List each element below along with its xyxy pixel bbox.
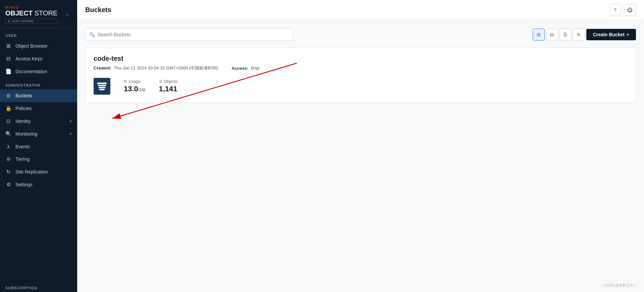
- power-icon: ⏻: [627, 7, 633, 13]
- objects-stat: ⊙ Objects 1,141: [159, 79, 178, 93]
- events-icon: λ: [5, 144, 11, 149]
- sidebar-label-policies: Policies: [15, 106, 32, 111]
- logo-brand: MINIO: [5, 5, 57, 9]
- refresh-icon: ↻: [577, 32, 581, 37]
- sidebar-item-tiering[interactable]: ⊜ Tiering: [0, 153, 77, 165]
- sidebar-label-access-keys: Access Keys: [15, 56, 42, 61]
- list-view-button[interactable]: ⊟: [546, 29, 558, 41]
- sidebar-item-policies[interactable]: 🔒 Policies: [0, 102, 77, 115]
- sidebar-item-object-browser[interactable]: ⊞ Object Browser: [0, 40, 77, 52]
- search-input[interactable]: [85, 28, 293, 41]
- page-title: Buckets: [85, 6, 111, 14]
- list-icon: ⊟: [550, 32, 554, 37]
- object-browser-icon: ⊞: [5, 43, 11, 49]
- toolbar-buttons: ⊞ ⊟ ☰ ↻ Create Bucket +: [533, 29, 636, 41]
- create-bucket-button[interactable]: Create Bucket +: [586, 29, 636, 40]
- bucket-meta: Created: Thu Jan 11 2024 00:04:33 GMT+08…: [94, 65, 628, 71]
- content-area: 🔍 ⊞ ⊟ ☰ ↻ Create Bucket +: [77, 20, 644, 292]
- main-content: Buckets ? ⏻ 🔍 ⊞ ⊟: [77, 0, 644, 292]
- settings-icon: ⚙: [5, 182, 11, 188]
- sidebar-label-documentation: Documentation: [15, 69, 47, 74]
- sidebar-label-object-browser: Object Browser: [15, 43, 48, 49]
- sidebar-label-buckets: Buckets: [15, 93, 32, 98]
- create-plus-icon: +: [627, 32, 629, 37]
- sidebar-label-tiering: Tiering: [15, 156, 30, 162]
- help-icon: ?: [614, 7, 616, 13]
- access-label: Access:: [231, 66, 248, 71]
- bucket-icon-line-1: [97, 83, 107, 84]
- bucket-icon-line-3: [99, 87, 105, 88]
- sidebar-item-documentation[interactable]: 📄 Documentation: [0, 65, 77, 78]
- search-toolbar-row: 🔍 ⊞ ⊟ ☰ ↻ Create Bucket +: [85, 28, 636, 41]
- sidebar-header: MINIO OBJECT STORE ⚖ AGPL LICENSE ←: [0, 0, 77, 28]
- sidebar-label-settings: Settings: [15, 182, 33, 187]
- sidebar-collapse-button[interactable]: ←: [64, 10, 72, 19]
- sidebar: MINIO OBJECT STORE ⚖ AGPL LICENSE ← User…: [0, 0, 77, 292]
- watermark: CSDN @意料之中→: [604, 283, 637, 288]
- logo-license: ⚖ AGPL LICENSE: [5, 18, 57, 24]
- policies-icon: 🔒: [5, 105, 11, 111]
- bucket-icon: [94, 78, 110, 95]
- search-icon: 🔍: [89, 32, 95, 37]
- buckets-icon: ⊙: [5, 93, 11, 99]
- license-label: AGPL LICENSE: [12, 19, 34, 23]
- sidebar-item-settings[interactable]: ⚙ Settings: [0, 178, 77, 191]
- logo-title-light: STORE: [33, 9, 57, 17]
- created-value: Thu Jan 11 2024 00:04:33 GMT+0800 (中国标准时…: [114, 65, 218, 70]
- sidebar-label-events: Events: [15, 144, 30, 149]
- usage-stat: ↻ Usage 13.0GiB: [124, 79, 146, 93]
- monitoring-chevron-icon: ▾: [70, 132, 72, 136]
- compact-icon: ☰: [563, 32, 568, 37]
- bucket-access: Access: R/W: [231, 66, 259, 71]
- bucket-card[interactable]: code-test Created: Thu Jan 11 2024 00:04…: [85, 48, 636, 103]
- admin-section-label: Administrator: [0, 78, 77, 89]
- sidebar-item-events[interactable]: λ Events: [0, 140, 77, 153]
- access-keys-icon: ⊟: [5, 56, 11, 62]
- bucket-icon-line-2: [98, 85, 106, 86]
- sidebar-item-monitoring[interactable]: 🔍 Monitoring ▾: [0, 128, 77, 140]
- identity-chevron-icon: ▾: [70, 119, 72, 124]
- compact-view-button[interactable]: ☰: [559, 29, 572, 41]
- bucket-created: Created: Thu Jan 11 2024 00:04:33 GMT+08…: [94, 65, 218, 71]
- sidebar-label-monitoring: Monitoring: [15, 131, 37, 137]
- created-label: Created:: [94, 65, 111, 70]
- power-button[interactable]: ⏻: [624, 4, 636, 16]
- logo-title-bold: OBJECT: [5, 9, 33, 17]
- sidebar-item-site-replication[interactable]: ↻ Site Replication: [0, 165, 77, 178]
- objects-label: ⊙ Objects: [159, 79, 178, 84]
- create-bucket-label: Create Bucket: [593, 32, 625, 37]
- sidebar-item-access-keys[interactable]: ⊟ Access Keys: [0, 52, 77, 65]
- bucket-name: code-test: [94, 55, 628, 62]
- monitoring-icon: 🔍: [5, 131, 11, 137]
- logo-title: OBJECT STORE: [5, 9, 57, 17]
- grid-icon: ⊞: [537, 32, 541, 37]
- topbar-actions: ? ⏻: [609, 4, 636, 16]
- grid-view-button[interactable]: ⊞: [533, 29, 545, 41]
- refresh-button[interactable]: ↻: [573, 29, 585, 41]
- sidebar-item-buckets[interactable]: ⊙ Buckets: [0, 89, 77, 102]
- agpl-icon: ⚖: [8, 19, 10, 23]
- objects-value: 1,141: [159, 85, 178, 93]
- topbar: Buckets ? ⏻: [77, 0, 644, 20]
- user-section-label: User: [0, 28, 77, 40]
- usage-label: ↻ Usage: [124, 79, 146, 84]
- search-input-wrap: 🔍: [85, 28, 293, 41]
- documentation-icon: 📄: [5, 68, 11, 75]
- bucket-stats: ↻ Usage 13.0GiB ⊙ Objects 1,141: [94, 78, 628, 95]
- sidebar-label-identity: Identity: [15, 118, 31, 124]
- bucket-icon-line-4: [99, 89, 105, 90]
- sidebar-label-site-replication: Site Replication: [15, 169, 48, 175]
- objects-icon: ⊙: [159, 79, 162, 84]
- usage-value: 13.0GiB: [124, 85, 146, 93]
- subscription-section-label: Subscription: [0, 281, 77, 292]
- help-button[interactable]: ?: [609, 4, 621, 16]
- access-value: R/W: [251, 66, 259, 71]
- logo-area: MINIO OBJECT STORE ⚖ AGPL LICENSE: [5, 5, 57, 24]
- identity-icon: ⊡: [5, 118, 11, 124]
- tiering-icon: ⊜: [5, 156, 11, 162]
- sidebar-item-identity[interactable]: ⊡ Identity ▾: [0, 115, 77, 128]
- usage-icon: ↻: [124, 79, 127, 84]
- site-replication-icon: ↻: [5, 169, 11, 175]
